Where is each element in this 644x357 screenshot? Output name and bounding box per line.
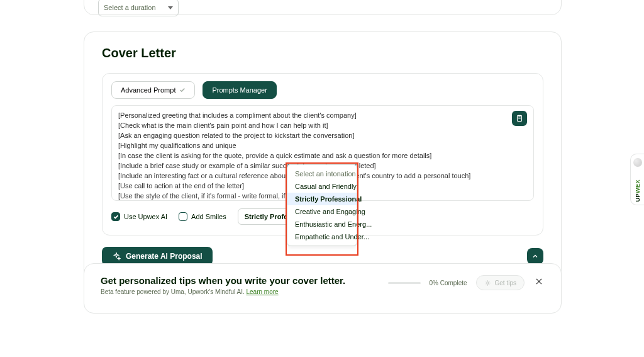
use-upwex-ai-checkbox[interactable]: Use Upwex AI <box>111 212 167 221</box>
tips-subtitle: Beta feature powered by Uma, Upwork's Mi… <box>101 288 345 295</box>
chevron-down-icon <box>168 6 173 9</box>
dropdown-item[interactable]: Casual and Friendly <box>287 180 357 193</box>
dropdown-item[interactable]: Creative and Engaging <box>287 205 357 218</box>
duration-placeholder: Select a duration <box>104 4 156 11</box>
prompt-line: [Personalized greeting that includes a c… <box>118 111 527 121</box>
svg-point-1 <box>486 281 489 284</box>
chevron-up-icon <box>531 252 539 260</box>
advanced-prompt-button[interactable]: Advanced Prompt <box>111 81 195 99</box>
dropdown-item[interactable]: Strictly Professional <box>287 193 357 205</box>
add-smiles-checkbox[interactable]: Add Smiles <box>179 212 226 221</box>
sparkle-icon <box>112 252 121 261</box>
progress-bar <box>388 282 421 284</box>
check-icon <box>179 87 186 93</box>
sparkle-icon <box>484 280 491 286</box>
dropdown-item[interactable]: Empathetic and Under... <box>287 230 357 243</box>
upwex-side-tab[interactable]: UPWEX <box>630 154 644 205</box>
collapse-button[interactable] <box>527 248 543 264</box>
section-title: Cover Letter <box>102 46 543 60</box>
prompt-line: [Ask an engaging question related to the… <box>118 131 527 141</box>
duration-select[interactable]: Select a duration <box>98 0 179 16</box>
previous-card: Select a duration <box>84 0 562 15</box>
save-template-icon[interactable] <box>512 111 527 126</box>
prompt-line: [In case the client is asking for the qu… <box>118 151 527 161</box>
close-icon[interactable] <box>533 276 545 290</box>
dropdown-item[interactable]: Enthusiastic and Energ... <box>287 218 357 230</box>
prompt-line: [Check what is the main client's pain po… <box>118 121 527 131</box>
upwex-brand: UPWEX <box>635 179 641 202</box>
prompt-line: [Highlight my qualifications and unique <box>118 141 527 151</box>
prompts-manager-button[interactable]: Prompts Manager <box>203 81 276 99</box>
tips-card: Get personalized tips when you write you… <box>84 263 562 314</box>
avatar <box>633 158 642 167</box>
dropdown-placeholder: Select an intonation <box>287 167 357 180</box>
progress-text: 0% Complete <box>430 280 467 286</box>
get-tips-button[interactable]: Get tips <box>476 275 525 290</box>
learn-more-link[interactable]: Learn more <box>246 288 278 295</box>
tips-title: Get personalized tips when you write you… <box>101 275 345 286</box>
intonation-dropdown[interactable]: Select an intonation Casual and Friendly… <box>287 164 357 246</box>
